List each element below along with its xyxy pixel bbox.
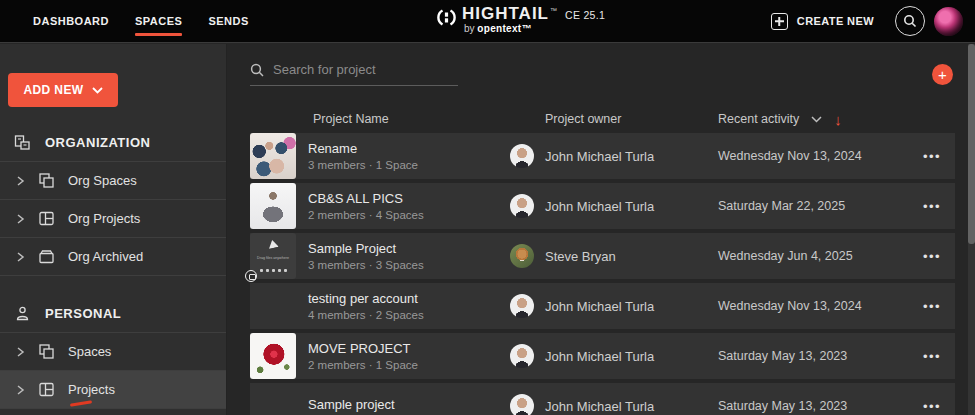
project-name: testing per account (308, 291, 510, 306)
column-header-project-owner: Project owner (510, 112, 718, 126)
logo-brand-text: HIGHTAIL (462, 5, 549, 22)
projects-panel: + Project Name Project owner Recent acti… (228, 44, 975, 415)
owner-name: John Michael Turla (545, 399, 654, 414)
search-icon (903, 14, 917, 28)
project-search (250, 62, 458, 86)
table-row[interactable]: Rename 3 members · 1 Space John Michael … (250, 133, 955, 179)
recent-activity-date: Saturday May 13, 2023 (718, 349, 909, 363)
vertical-scrollbar (968, 44, 975, 415)
row-menu-button[interactable]: ••• (909, 249, 955, 264)
table-row[interactable]: Sample project John Michael Turla Saturd… (250, 383, 955, 415)
spaces-icon (38, 172, 55, 189)
create-new-button[interactable]: CREATE NEW (771, 13, 874, 30)
owner-avatar (510, 244, 534, 268)
project-thumbnail (250, 383, 296, 415)
user-avatar[interactable] (934, 7, 963, 36)
project-thumbnail (250, 333, 296, 379)
logo-byline: by opentext™ (462, 24, 605, 34)
project-thumbnail: Drag files anywhere (250, 233, 296, 279)
owner-name: Steve Bryan (545, 249, 616, 264)
sidebar-item-label: Spaces (68, 344, 111, 359)
sidebar-item-org-projects[interactable]: Org Projects (0, 200, 226, 238)
row-menu-button[interactable]: ••• (909, 199, 955, 214)
nav-sends[interactable]: SENDS (195, 0, 261, 42)
search-icon (250, 63, 264, 77)
sidebar-item-label: Org Projects (68, 211, 140, 226)
nav-dashboard[interactable]: DASHBOARD (20, 0, 122, 42)
project-members: 3 members · 1 Space (308, 159, 510, 171)
create-new-label: CREATE NEW (797, 15, 874, 27)
recent-activity-date: Wednesday Nov 13, 2024 (718, 299, 909, 313)
owner-name: John Michael Turla (545, 199, 654, 214)
thumbnail-toolbar-dots (250, 269, 296, 272)
project-members: 2 members · 4 Spaces (308, 209, 510, 221)
project-members: 3 members · 3 Spaces (308, 259, 510, 271)
owner-avatar (510, 294, 534, 318)
hightail-logo-icon (437, 8, 456, 27)
add-new-label: ADD NEW (23, 83, 83, 97)
section-personal-label: PERSONAL (45, 306, 121, 321)
owner-avatar (510, 144, 534, 168)
sidebar-item-label: Org Archived (68, 249, 143, 264)
chevron-down-icon[interactable] (811, 116, 822, 123)
organization-icon (14, 134, 31, 151)
column-header-recent-activity[interactable]: Recent activity ↓ (718, 111, 909, 128)
row-menu-button[interactable]: ••• (909, 349, 955, 364)
project-members: 4 members · 2 Spaces (308, 309, 510, 321)
sidebar-item-org-spaces[interactable]: Org Spaces (0, 162, 226, 200)
owner-avatar (510, 344, 534, 368)
sidebar-item-label: Org Spaces (68, 173, 137, 188)
project-name: Sample project (308, 397, 510, 412)
spaces-icon (38, 343, 55, 360)
table-row[interactable]: MOVE PROJECT 2 members · 1 Space John Mi… (250, 333, 955, 379)
plus-box-icon (771, 13, 788, 30)
chevron-right-icon (16, 384, 25, 396)
sidebar-item-label: Projects (68, 382, 115, 397)
top-navigation: DASHBOARD SPACES SENDS (0, 0, 262, 42)
selected-underline-mark (70, 400, 92, 406)
section-organization-label: ORGANIZATION (45, 135, 150, 150)
nav-spaces[interactable]: SPACES (122, 0, 195, 42)
project-thumbnail (250, 183, 296, 229)
row-menu-button[interactable]: ••• (909, 399, 955, 414)
sidebar-item-spaces[interactable]: Spaces (0, 333, 226, 371)
chevron-right-icon (16, 213, 25, 225)
sidebar-item-projects[interactable]: Projects (0, 371, 226, 409)
table-row[interactable]: testing per account 4 members · 2 Spaces… (250, 283, 955, 329)
row-menu-button[interactable]: ••• (909, 149, 955, 164)
recent-activity-date: Wednesday Nov 13, 2024 (718, 149, 909, 163)
project-thumbnail (250, 133, 296, 179)
owner-avatar (510, 394, 534, 415)
projects-icon (38, 210, 55, 227)
projects-icon (38, 381, 55, 398)
scrollbar-thumb[interactable] (968, 44, 975, 244)
project-name: CB&S ALL PICS (308, 191, 510, 206)
cursor-icon (245, 270, 257, 282)
chevron-right-icon (16, 175, 25, 187)
table-row[interactable]: Drag files anywhere Sample Project 3 mem… (250, 233, 955, 279)
sidebar: ADD NEW ORGANIZATION Org Spaces (0, 44, 227, 415)
chevron-right-icon (16, 251, 25, 263)
sort-direction-icon[interactable]: ↓ (834, 111, 842, 128)
recent-activity-date: Saturday May 13, 2023 (718, 399, 909, 413)
sidebar-item-org-archived[interactable]: Org Archived (0, 238, 226, 276)
person-icon (14, 305, 31, 322)
project-thumbnail (250, 283, 296, 329)
section-personal: PERSONAL (0, 294, 226, 333)
search-input[interactable] (273, 62, 443, 77)
column-header-project-name: Project Name (250, 112, 510, 126)
project-name: MOVE PROJECT (308, 341, 510, 356)
recent-activity-date: Saturday Mar 22, 2025 (718, 199, 909, 213)
add-new-button[interactable]: ADD NEW (8, 73, 118, 107)
add-project-button[interactable]: + (932, 64, 953, 85)
global-search-button[interactable] (895, 6, 925, 36)
project-name: Sample Project (308, 241, 510, 256)
top-bar: DASHBOARD SPACES SENDS HIGHTAIL ™ CE 25.… (0, 0, 975, 43)
recent-activity-date: Wednesday Jun 4, 2025 (718, 249, 909, 263)
table-header: Project Name Project owner Recent activi… (250, 105, 955, 133)
row-menu-button[interactable]: ••• (909, 299, 955, 314)
logo-trademark: ™ (550, 7, 557, 14)
owner-avatar (510, 194, 534, 218)
hightail-logo: HIGHTAIL ™ CE 25.1 by opentext™ (437, 5, 605, 34)
table-row[interactable]: CB&S ALL PICS 2 members · 4 Spaces John … (250, 183, 955, 229)
